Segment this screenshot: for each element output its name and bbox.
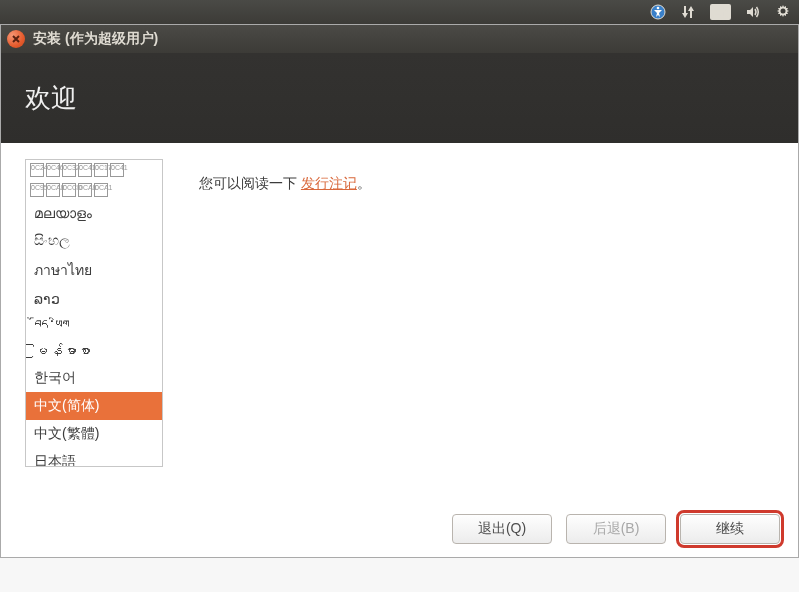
list-item[interactable]: 0C950CA80CCD0CA80CA1 bbox=[26, 180, 162, 200]
settings-icon[interactable] bbox=[775, 4, 791, 20]
accessibility-icon[interactable] bbox=[650, 4, 666, 20]
input-method-indicator[interactable]: Zh bbox=[710, 4, 731, 20]
body-suffix: 。 bbox=[357, 175, 371, 191]
quit-button[interactable]: 退出(Q) bbox=[452, 514, 552, 544]
body-text: 您可以阅读一下 发行注记。 bbox=[199, 159, 774, 493]
installer-window: 安装 (作为超级用户) 欢迎 0C240C460C320C410C170C41 … bbox=[0, 24, 799, 558]
svg-point-1 bbox=[657, 7, 660, 10]
sound-icon[interactable] bbox=[745, 4, 761, 20]
page-title: 欢迎 bbox=[25, 81, 77, 116]
list-item[interactable]: 中文(简体) bbox=[26, 392, 162, 420]
back-button: 后退(B) bbox=[566, 514, 666, 544]
network-icon[interactable] bbox=[680, 4, 696, 20]
svg-point-2 bbox=[781, 9, 786, 14]
window-title: 安装 (作为超级用户) bbox=[33, 30, 158, 48]
list-item[interactable]: മലയാളം bbox=[26, 200, 162, 227]
close-button[interactable] bbox=[7, 30, 25, 48]
header: 欢迎 bbox=[1, 53, 798, 143]
list-item[interactable]: 中文(繁體) bbox=[26, 420, 162, 448]
list-item[interactable]: မြန်မာစာ bbox=[26, 338, 162, 364]
language-list[interactable]: 0C240C460C320C410C170C41 0C950CA80CCD0CA… bbox=[25, 159, 163, 467]
footer: 退出(Q) 后退(B) 继续 bbox=[1, 501, 798, 557]
list-item[interactable]: བོད་ཡིག bbox=[26, 312, 162, 338]
release-notes-link[interactable]: 发行注记 bbox=[301, 175, 357, 191]
list-item[interactable]: 한국어 bbox=[26, 364, 162, 392]
list-item[interactable]: සිංහල bbox=[26, 227, 162, 254]
continue-button[interactable]: 继续 bbox=[680, 514, 780, 544]
list-item[interactable]: ภาษาไทย bbox=[26, 254, 162, 286]
list-item[interactable]: 0C240C460C320C410C170C41 bbox=[26, 160, 162, 180]
content: 0C240C460C320C410C170C41 0C950CA80CCD0CA… bbox=[1, 143, 798, 501]
body-prefix: 您可以阅读一下 bbox=[199, 175, 301, 191]
top-panel: Zh bbox=[0, 0, 799, 24]
list-item[interactable]: 日本語 bbox=[26, 448, 162, 467]
list-item[interactable]: ລາວ bbox=[26, 286, 162, 312]
titlebar: 安装 (作为超级用户) bbox=[1, 25, 798, 53]
